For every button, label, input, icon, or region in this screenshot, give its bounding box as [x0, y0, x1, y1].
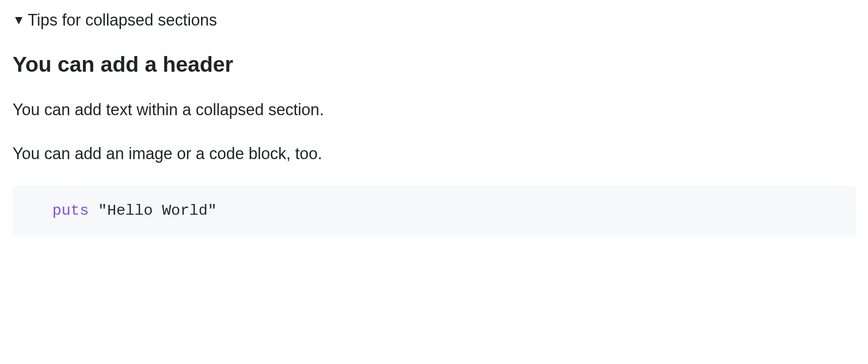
paragraph-text-2: You can add an image or a code block, to… — [13, 142, 855, 166]
code-space — [89, 202, 98, 219]
section-heading: You can add a header — [13, 51, 855, 78]
code-string: "Hello World" — [98, 202, 217, 219]
code-block: puts "Hello World" — [13, 186, 855, 236]
disclosure-triangle-icon: ▼ — [13, 14, 25, 26]
summary-label: Tips for collapsed sections — [28, 11, 217, 30]
code-keyword: puts — [52, 202, 89, 219]
paragraph-text-1: You can add text within a collapsed sect… — [13, 98, 855, 122]
collapsible-summary[interactable]: ▼ Tips for collapsed sections — [13, 11, 855, 30]
